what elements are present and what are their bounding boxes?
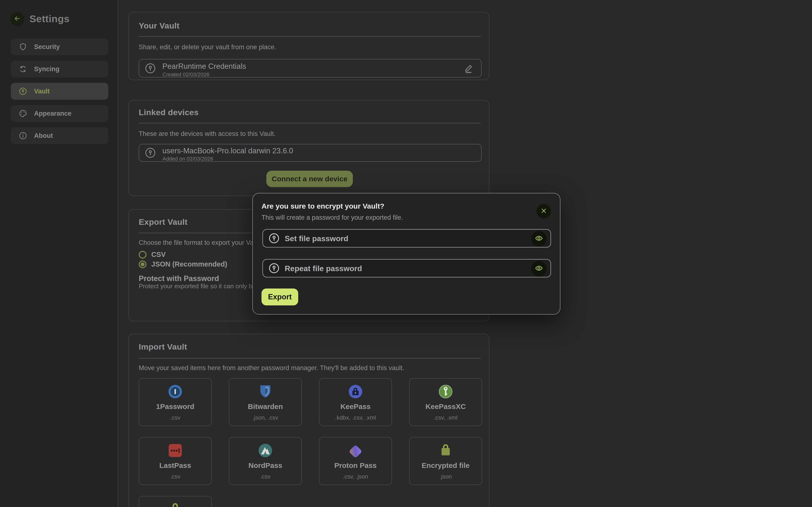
key-icon	[268, 232, 280, 244]
protect-with-password-description: Protect your exported file so it can onl…	[139, 282, 256, 290]
radio-unchecked-icon[interactable]	[139, 251, 146, 259]
export-button[interactable]: Export	[261, 288, 298, 305]
divider	[139, 358, 481, 358]
card-description: Share, edit, or delete your vault from o…	[139, 44, 276, 51]
info-icon	[18, 131, 27, 140]
card-title: Export Vault	[139, 217, 188, 227]
lastpass-logo-icon	[168, 444, 182, 457]
radio-option-csv[interactable]: CSV	[139, 250, 166, 259]
set-password-field	[262, 229, 551, 247]
device-row[interactable]: users-MacBook-Pro.local darwin 23.6.0 Ad…	[139, 144, 481, 162]
tile-name: LastPass	[159, 461, 191, 469]
tile-formats: .json	[440, 473, 452, 480]
dialog-title: Are you sure to encrypt your Vault?	[261, 202, 384, 210]
keepass-logo-icon	[349, 385, 362, 399]
tile-name: 1Password	[156, 402, 194, 411]
tile-name: Proton Pass	[334, 461, 376, 469]
your-vault-card: Your Vault Share, edit, or delete your v…	[128, 12, 489, 80]
export-format-description: Choose the file format to export your Va…	[139, 239, 257, 246]
sidebar-item-syncing[interactable]: Syncing	[11, 61, 108, 77]
sidebar-item-vault[interactable]: Vault	[11, 83, 108, 100]
edit-icon[interactable]	[463, 63, 474, 74]
nordpass-logo-icon	[258, 444, 272, 457]
sidebar-item-label: About	[34, 132, 53, 139]
show-password-button[interactable]	[531, 261, 547, 276]
tile-formats: .json, .csv	[253, 414, 278, 421]
back-button[interactable]	[10, 12, 24, 26]
vault-name: PearRuntime Credentials	[162, 62, 246, 71]
lock-icon	[168, 502, 182, 507]
set-file-password-input[interactable]	[284, 230, 522, 247]
repeat-file-password-input[interactable]	[284, 260, 522, 277]
protect-with-password-title: Protect with Password	[139, 274, 219, 283]
tile-formats: .csv, .json	[343, 473, 368, 480]
tile-name: NordPass	[248, 461, 282, 469]
keepassxc-logo-icon	[439, 385, 453, 399]
sidebar-item-label: Vault	[34, 88, 50, 95]
close-button[interactable]	[537, 204, 551, 219]
import-tile-bitwarden[interactable]: Bitwarden .json, .csv	[229, 378, 302, 426]
tile-formats: .kdbx, .csv, .xml	[335, 414, 376, 421]
vault-row[interactable]: PearRuntime Credentials Created 02/03/20…	[139, 59, 481, 77]
import-vault-card: Import Vault Move your saved items here …	[128, 334, 489, 507]
import-tile-keepassxc[interactable]: KeePassXC .csv, .xml	[409, 378, 482, 426]
vault-created-date: Created 02/03/2026	[162, 71, 209, 78]
divider	[139, 36, 481, 37]
device-added-date: Added on 02/03/2026	[162, 156, 213, 162]
linked-devices-card: Linked devices These are the devices wit…	[128, 100, 489, 196]
import-tile-encrypted-file[interactable]: Encrypted file .json	[409, 437, 482, 485]
radio-checked-icon[interactable]	[139, 261, 146, 268]
radio-label: JSON (Recommended)	[151, 260, 227, 268]
tile-formats: .csv	[170, 414, 181, 421]
dialog-subtitle: This will create a password for your exp…	[261, 214, 403, 221]
encrypted-file-lock-icon	[439, 444, 453, 457]
tile-name: Bitwarden	[248, 402, 283, 411]
show-password-button[interactable]	[531, 231, 547, 246]
card-title: Import Vault	[139, 342, 187, 351]
import-tile-1password[interactable]: 1Password .csv	[139, 378, 212, 426]
radio-label: CSV	[151, 250, 166, 259]
import-tile-keepass[interactable]: KeePass .kdbx, .csv, .xml	[319, 378, 392, 426]
import-tile-lastpass[interactable]: LastPass .csv	[139, 437, 212, 485]
sidebar-item-label: Security	[34, 43, 60, 51]
palette-icon	[18, 109, 27, 118]
sidebar-item-about[interactable]: About	[11, 127, 108, 144]
key-icon	[145, 62, 156, 74]
shield-icon	[18, 43, 27, 51]
key-icon	[145, 147, 156, 159]
key-icon	[18, 87, 27, 96]
connect-new-device-button[interactable]: Connect a new device	[266, 171, 353, 187]
import-tile-partial[interactable]	[139, 496, 212, 507]
tile-name: Encrypted file	[422, 461, 469, 469]
settings-sidebar: Settings Security Syncing Vault Appearan…	[0, 0, 118, 507]
import-tile-nordpass[interactable]: NordPass .csv	[229, 437, 302, 485]
key-icon	[268, 263, 280, 274]
import-tile-proton-pass[interactable]: Proton Pass .csv, .json	[319, 437, 392, 485]
eye-icon	[535, 234, 543, 243]
bitwarden-logo-icon	[258, 385, 272, 399]
arrow-left-icon	[13, 15, 21, 23]
eye-icon	[535, 264, 543, 273]
sidebar-item-security[interactable]: Security	[11, 38, 108, 55]
radio-option-json[interactable]: JSON (Recommended)	[139, 260, 227, 268]
repeat-password-field	[262, 259, 551, 277]
1password-logo-icon	[168, 385, 182, 399]
card-description: These are the devices with access to thi…	[139, 130, 276, 137]
device-name: users-MacBook-Pro.local darwin 23.6.0	[162, 147, 293, 155]
encrypt-vault-dialog: Are you sure to encrypt your Vault? This…	[252, 193, 560, 315]
tile-name: KeePass	[340, 402, 370, 411]
sidebar-item-label: Syncing	[34, 65, 59, 73]
sidebar-item-label: Appearance	[34, 110, 71, 117]
tile-name: KeePassXC	[425, 402, 466, 411]
tile-formats: .csv, .xml	[434, 414, 457, 421]
sync-icon	[18, 65, 27, 73]
divider	[139, 123, 481, 123]
page-title: Settings	[30, 13, 69, 24]
card-title: Linked devices	[139, 108, 199, 117]
card-description: Move your saved items here from another …	[139, 364, 404, 372]
sidebar-item-appearance[interactable]: Appearance	[11, 105, 108, 122]
proton-pass-logo-icon	[349, 444, 362, 457]
card-title: Your Vault	[139, 21, 180, 31]
tile-formats: .csv	[170, 473, 181, 480]
close-icon	[540, 207, 547, 215]
